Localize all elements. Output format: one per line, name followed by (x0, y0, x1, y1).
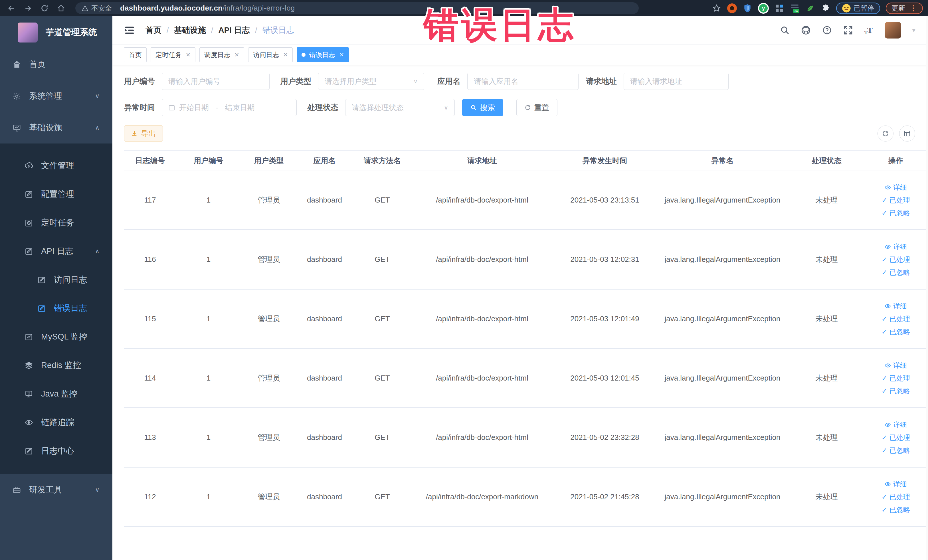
process-status-select[interactable]: 请选择处理状态∨ (345, 99, 455, 116)
request-url-input[interactable]: 请输入请求地址 (624, 73, 729, 90)
mark-processed-link[interactable]: ✓已处理 (882, 492, 910, 502)
detail-link[interactable]: 详细 (885, 420, 907, 429)
scrollbar[interactable] (926, 16, 928, 560)
detail-link[interactable]: 详细 (885, 479, 907, 489)
reset-button-label: 重置 (534, 103, 549, 113)
close-icon[interactable]: ✕ (235, 51, 240, 58)
security-warning[interactable]: 不安全 (82, 4, 112, 13)
sidebar-item-文件管理[interactable]: 文件管理 (0, 151, 112, 180)
sidebar-item-系统管理[interactable]: 系统管理 ∨ (0, 80, 112, 112)
sidebar-item-首页[interactable]: 首页 (0, 49, 112, 80)
hamburger-icon[interactable] (124, 24, 135, 36)
tag-访问日志[interactable]: 访问日志 ✕ (248, 47, 293, 62)
font-size-icon[interactable]: TT (864, 24, 875, 36)
close-icon[interactable]: ✕ (186, 51, 191, 58)
address-bar[interactable]: 不安全 dashboard.yudao.iocoder.cn/infra/log… (75, 2, 639, 14)
search-icon (470, 104, 477, 111)
cell-process-status: 未处理 (788, 171, 866, 229)
sidebar-item-链路追踪[interactable]: 链路追踪 (0, 408, 112, 437)
tag-调度日志[interactable]: 调度日志 ✕ (199, 47, 244, 62)
bookmark-star-icon[interactable] (712, 3, 722, 13)
green-y-extension-icon[interactable]: y (758, 3, 769, 14)
breadcrumb-item[interactable]: API 日志 (218, 25, 250, 36)
detail-link[interactable]: 详细 (885, 183, 907, 192)
search-button[interactable]: 搜索 (462, 99, 503, 116)
help-icon[interactable] (821, 24, 833, 36)
browser-update-button[interactable]: 更新 ⋮ (886, 3, 923, 14)
sidebar-item-配置管理[interactable]: 配置管理 (0, 180, 112, 209)
refresh-table-button[interactable] (878, 125, 893, 142)
cell-user-type: 管理员 (241, 468, 297, 526)
column-settings-button[interactable] (899, 125, 915, 142)
sidebar-item-研发工具[interactable]: 研发工具 ∨ (0, 474, 112, 505)
app-logo-row[interactable]: 芋道管理系统 (0, 16, 112, 49)
sidebar-item-错误日志[interactable]: 错误日志 (0, 294, 112, 323)
tag-首页[interactable]: 首页 ✕ (124, 47, 147, 62)
home-icon[interactable] (55, 2, 67, 15)
user-avatar[interactable] (885, 22, 901, 38)
user-id-input[interactable]: 请输入用户编号 (162, 73, 270, 90)
tag-错误日志[interactable]: 错误日志 ✕ (297, 47, 349, 62)
mark-processed-link[interactable]: ✓已处理 (882, 196, 910, 205)
exception-time-range-picker[interactable]: 开始日期 - 结束日期 (162, 99, 297, 116)
breadcrumb-item[interactable]: 首页 (145, 25, 162, 36)
home-icon (12, 60, 22, 69)
reset-button[interactable]: 重置 (516, 99, 557, 116)
profile-paused-pill[interactable]: 已暂停 (836, 3, 880, 14)
sidebar-item-MySQL-监控[interactable]: MySQL 监控 (0, 323, 112, 351)
sidebar-item-定时任务[interactable]: 定时任务 (0, 209, 112, 237)
sidebar-item-日志中心[interactable]: 日志中心 (0, 437, 112, 465)
breadcrumb-separator: / (255, 26, 257, 35)
menu-kebab-icon[interactable]: ⋮ (910, 4, 917, 12)
sidebar-item-Java-监控[interactable]: Java 监控 (0, 380, 112, 408)
app-name-input[interactable]: 请输入应用名 (467, 73, 578, 90)
mark-ignored-link[interactable]: ✓已忽略 (882, 268, 910, 277)
tags-view-bar: 首页 ✕ 定时任务 ✕ 调度日志 ✕ 访问日志 ✕ 错误日志 ✕ (112, 44, 928, 65)
fullscreen-icon[interactable] (843, 24, 854, 36)
orange-extension-icon[interactable] (727, 3, 737, 13)
avatar-caret-icon[interactable]: ▼ (911, 27, 917, 34)
puzzle-extension-icon[interactable] (821, 3, 830, 13)
table-toolbar: 导出 (124, 125, 928, 142)
mark-ignored-link[interactable]: ✓已忽略 (882, 386, 910, 396)
mark-processed-link[interactable]: ✓已处理 (882, 433, 910, 442)
mark-ignored-link[interactable]: ✓已忽略 (882, 505, 910, 514)
cell-user-id: 1 (176, 408, 241, 467)
cell-log-id: 116 (124, 230, 176, 289)
forward-icon[interactable] (22, 2, 34, 15)
github-icon[interactable] (800, 24, 812, 36)
mark-ignored-link[interactable]: ✓已忽略 (882, 327, 910, 336)
cell-actions: 详细 ✓已处理 ✓已忽略 (866, 230, 926, 289)
shield-extension-icon[interactable] (743, 3, 752, 13)
request-url-label: 请求地址 (586, 76, 617, 87)
sidebar-item-访问日志[interactable]: 访问日志 (0, 266, 112, 294)
tag-定时任务[interactable]: 定时任务 ✕ (151, 47, 195, 62)
cell-process-status: 未处理 (788, 230, 866, 289)
cell-app-name: dashboard (297, 408, 352, 467)
leaf-extension-icon[interactable] (805, 3, 815, 13)
sidebar-item-基础设施[interactable]: 基础设施 ∧ (0, 112, 112, 143)
breadcrumb-item[interactable]: 基础设施 (174, 25, 206, 36)
mark-processed-link[interactable]: ✓已处理 (882, 374, 910, 383)
back-icon[interactable] (5, 2, 18, 15)
mark-processed-link[interactable]: ✓已处理 (882, 314, 910, 323)
sidebar-item-API-日志[interactable]: API 日志 ∧ (0, 237, 112, 266)
detail-link[interactable]: 详细 (885, 302, 907, 311)
user-type-select[interactable]: 请选择用户类型∨ (318, 73, 424, 90)
on-switch-extension-icon[interactable]: on (790, 3, 800, 13)
mark-ignored-link[interactable]: ✓已忽略 (882, 209, 910, 218)
table-row: 117 1 管理员 dashboard GET /api/infra/db-do… (124, 171, 926, 230)
export-button[interactable]: 导出 (124, 125, 163, 142)
reload-icon[interactable] (38, 2, 51, 15)
sidebar-item-Redis-监控[interactable]: Redis 监控 (0, 351, 112, 380)
end-date-placeholder: 结束日期 (225, 103, 255, 113)
cell-exception-name: java.lang.IllegalArgumentException (658, 171, 788, 229)
close-icon[interactable]: ✕ (339, 51, 344, 58)
mark-processed-link[interactable]: ✓已处理 (882, 255, 910, 264)
close-icon[interactable]: ✕ (283, 51, 288, 58)
search-icon[interactable] (779, 24, 791, 36)
mark-ignored-link[interactable]: ✓已忽略 (882, 446, 910, 455)
grid-extension-icon[interactable] (774, 3, 784, 13)
detail-link[interactable]: 详细 (885, 361, 907, 370)
detail-link[interactable]: 详细 (885, 242, 907, 251)
